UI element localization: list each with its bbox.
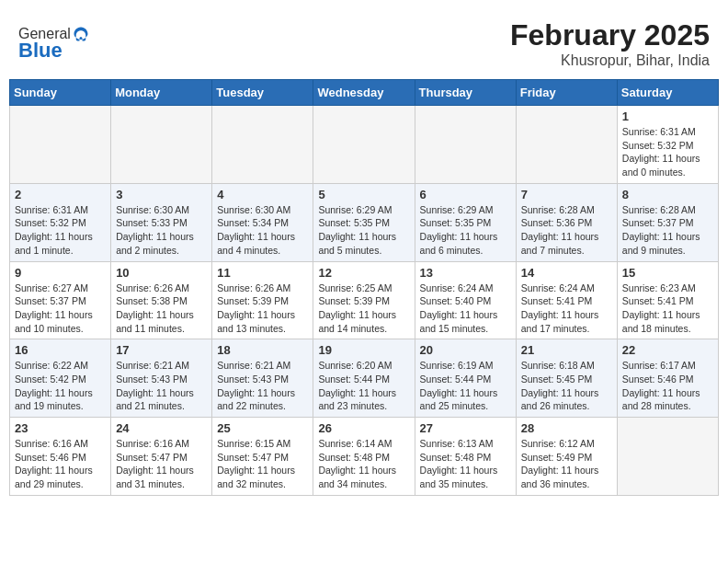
- day-number: 28: [521, 421, 612, 435]
- calendar-cell: 12Sunrise: 6:25 AM Sunset: 5:39 PM Dayli…: [313, 261, 415, 339]
- calendar-cell: [313, 106, 415, 184]
- day-number: 13: [420, 266, 511, 280]
- calendar-cell: 7Sunrise: 6:28 AM Sunset: 5:36 PM Daylig…: [516, 183, 617, 261]
- calendar-cell: 21Sunrise: 6:18 AM Sunset: 5:45 PM Dayli…: [516, 339, 617, 418]
- day-info: Sunrise: 6:24 AM Sunset: 5:41 PM Dayligh…: [521, 282, 612, 336]
- day-info: Sunrise: 6:16 AM Sunset: 5:47 PM Dayligh…: [116, 437, 207, 491]
- calendar-cell: 23Sunrise: 6:16 AM Sunset: 5:46 PM Dayli…: [10, 418, 111, 496]
- day-info: Sunrise: 6:13 AM Sunset: 5:48 PM Dayligh…: [420, 437, 511, 491]
- day-info: Sunrise: 6:29 AM Sunset: 5:35 PM Dayligh…: [318, 203, 409, 258]
- calendar-cell: [111, 106, 212, 184]
- day-number: 8: [622, 188, 713, 201]
- calendar-table: SundayMondayTuesdayWednesdayThursdayFrid…: [9, 79, 719, 496]
- day-info: Sunrise: 6:14 AM Sunset: 5:48 PM Dayligh…: [318, 437, 409, 491]
- day-info: Sunrise: 6:21 AM Sunset: 5:43 PM Dayligh…: [217, 359, 308, 413]
- calendar-cell: [415, 106, 516, 184]
- day-number: 22: [622, 343, 713, 357]
- calendar-week-row: 16Sunrise: 6:22 AM Sunset: 5:42 PM Dayli…: [10, 339, 719, 418]
- calendar-cell: [617, 418, 718, 496]
- day-info: Sunrise: 6:23 AM Sunset: 5:41 PM Dayligh…: [622, 282, 713, 336]
- calendar-cell: 15Sunrise: 6:23 AM Sunset: 5:41 PM Dayli…: [617, 261, 718, 339]
- logo: General Blue: [18, 26, 89, 63]
- day-number: 3: [116, 188, 207, 201]
- day-number: 26: [318, 421, 409, 435]
- calendar-week-row: 23Sunrise: 6:16 AM Sunset: 5:46 PM Dayli…: [10, 418, 719, 496]
- calendar-cell: 8Sunrise: 6:28 AM Sunset: 5:37 PM Daylig…: [617, 183, 718, 261]
- calendar-week-row: 1Sunrise: 6:31 AM Sunset: 5:32 PM Daylig…: [10, 106, 719, 184]
- calendar-cell: [212, 106, 313, 184]
- day-info: Sunrise: 6:16 AM Sunset: 5:46 PM Dayligh…: [15, 437, 106, 491]
- day-number: 9: [15, 266, 106, 280]
- day-number: 16: [15, 343, 106, 357]
- day-info: Sunrise: 6:17 AM Sunset: 5:46 PM Dayligh…: [622, 359, 713, 413]
- day-info: Sunrise: 6:19 AM Sunset: 5:44 PM Dayligh…: [420, 359, 511, 413]
- col-header-monday: Monday: [111, 80, 212, 106]
- day-info: Sunrise: 6:24 AM Sunset: 5:40 PM Dayligh…: [420, 282, 511, 336]
- day-number: 7: [521, 188, 612, 201]
- day-info: Sunrise: 6:27 AM Sunset: 5:37 PM Dayligh…: [15, 282, 106, 336]
- calendar-cell: 25Sunrise: 6:15 AM Sunset: 5:47 PM Dayli…: [212, 418, 313, 496]
- calendar-cell: 6Sunrise: 6:29 AM Sunset: 5:35 PM Daylig…: [415, 183, 516, 261]
- day-info: Sunrise: 6:21 AM Sunset: 5:43 PM Dayligh…: [116, 359, 207, 413]
- day-info: Sunrise: 6:26 AM Sunset: 5:38 PM Dayligh…: [116, 282, 207, 336]
- calendar-cell: 17Sunrise: 6:21 AM Sunset: 5:43 PM Dayli…: [111, 339, 212, 418]
- calendar-cell: 16Sunrise: 6:22 AM Sunset: 5:42 PM Dayli…: [10, 339, 111, 418]
- calendar-header-row: SundayMondayTuesdayWednesdayThursdayFrid…: [10, 80, 719, 106]
- calendar-cell: 4Sunrise: 6:30 AM Sunset: 5:34 PM Daylig…: [212, 183, 313, 261]
- header: General Blue February 2025 Khusropur, Bi…: [9, 9, 719, 74]
- title-block: February 2025 Khusropur, Bihar, India: [510, 18, 710, 69]
- day-info: Sunrise: 6:30 AM Sunset: 5:34 PM Dayligh…: [217, 203, 308, 258]
- day-number: 2: [15, 188, 106, 201]
- day-info: Sunrise: 6:29 AM Sunset: 5:35 PM Dayligh…: [420, 203, 511, 258]
- day-info: Sunrise: 6:22 AM Sunset: 5:42 PM Dayligh…: [15, 359, 106, 413]
- day-number: 14: [521, 266, 612, 280]
- day-number: 5: [318, 188, 409, 201]
- calendar-cell: 3Sunrise: 6:30 AM Sunset: 5:33 PM Daylig…: [111, 183, 212, 261]
- col-header-tuesday: Tuesday: [212, 80, 313, 106]
- calendar-cell: 20Sunrise: 6:19 AM Sunset: 5:44 PM Dayli…: [415, 339, 516, 418]
- day-info: Sunrise: 6:25 AM Sunset: 5:39 PM Dayligh…: [318, 282, 409, 336]
- calendar-cell: [516, 106, 617, 184]
- calendar-cell: 13Sunrise: 6:24 AM Sunset: 5:40 PM Dayli…: [415, 261, 516, 339]
- day-number: 19: [318, 343, 409, 357]
- calendar-cell: 11Sunrise: 6:26 AM Sunset: 5:39 PM Dayli…: [212, 261, 313, 339]
- day-info: Sunrise: 6:18 AM Sunset: 5:45 PM Dayligh…: [521, 359, 612, 413]
- day-info: Sunrise: 6:31 AM Sunset: 5:32 PM Dayligh…: [622, 125, 713, 179]
- col-header-saturday: Saturday: [617, 80, 718, 106]
- location-subtitle: Khusropur, Bihar, India: [510, 52, 710, 69]
- day-number: 18: [217, 343, 308, 357]
- day-number: 24: [116, 421, 207, 435]
- day-number: 1: [622, 109, 713, 123]
- calendar-cell: 9Sunrise: 6:27 AM Sunset: 5:37 PM Daylig…: [10, 261, 111, 339]
- calendar-cell: 5Sunrise: 6:29 AM Sunset: 5:35 PM Daylig…: [313, 183, 415, 261]
- month-year-title: February 2025: [510, 18, 710, 52]
- calendar-cell: 1Sunrise: 6:31 AM Sunset: 5:32 PM Daylig…: [617, 106, 718, 184]
- logo-icon: [73, 26, 89, 42]
- day-number: 12: [318, 266, 409, 280]
- col-header-thursday: Thursday: [415, 80, 516, 106]
- day-number: 15: [622, 266, 713, 280]
- day-number: 11: [217, 266, 308, 280]
- calendar-cell: [10, 106, 111, 184]
- day-info: Sunrise: 6:20 AM Sunset: 5:44 PM Dayligh…: [318, 359, 409, 413]
- calendar-cell: 19Sunrise: 6:20 AM Sunset: 5:44 PM Dayli…: [313, 339, 415, 418]
- day-info: Sunrise: 6:12 AM Sunset: 5:49 PM Dayligh…: [521, 437, 612, 491]
- day-info: Sunrise: 6:26 AM Sunset: 5:39 PM Dayligh…: [217, 282, 308, 336]
- day-number: 27: [420, 421, 511, 435]
- calendar-cell: 10Sunrise: 6:26 AM Sunset: 5:38 PM Dayli…: [111, 261, 212, 339]
- calendar-cell: 18Sunrise: 6:21 AM Sunset: 5:43 PM Dayli…: [212, 339, 313, 418]
- calendar-cell: 2Sunrise: 6:31 AM Sunset: 5:32 PM Daylig…: [10, 183, 111, 261]
- calendar-cell: 24Sunrise: 6:16 AM Sunset: 5:47 PM Dayli…: [111, 418, 212, 496]
- col-header-wednesday: Wednesday: [313, 80, 415, 106]
- calendar-week-row: 2Sunrise: 6:31 AM Sunset: 5:32 PM Daylig…: [10, 183, 719, 261]
- calendar-cell: 28Sunrise: 6:12 AM Sunset: 5:49 PM Dayli…: [516, 418, 617, 496]
- day-number: 23: [15, 421, 106, 435]
- day-number: 10: [116, 266, 207, 280]
- day-number: 17: [116, 343, 207, 357]
- col-header-sunday: Sunday: [10, 80, 111, 106]
- day-info: Sunrise: 6:28 AM Sunset: 5:36 PM Dayligh…: [521, 203, 612, 258]
- day-number: 25: [217, 421, 308, 435]
- day-info: Sunrise: 6:15 AM Sunset: 5:47 PM Dayligh…: [217, 437, 308, 491]
- day-number: 6: [420, 188, 511, 201]
- day-info: Sunrise: 6:28 AM Sunset: 5:37 PM Dayligh…: [622, 203, 713, 258]
